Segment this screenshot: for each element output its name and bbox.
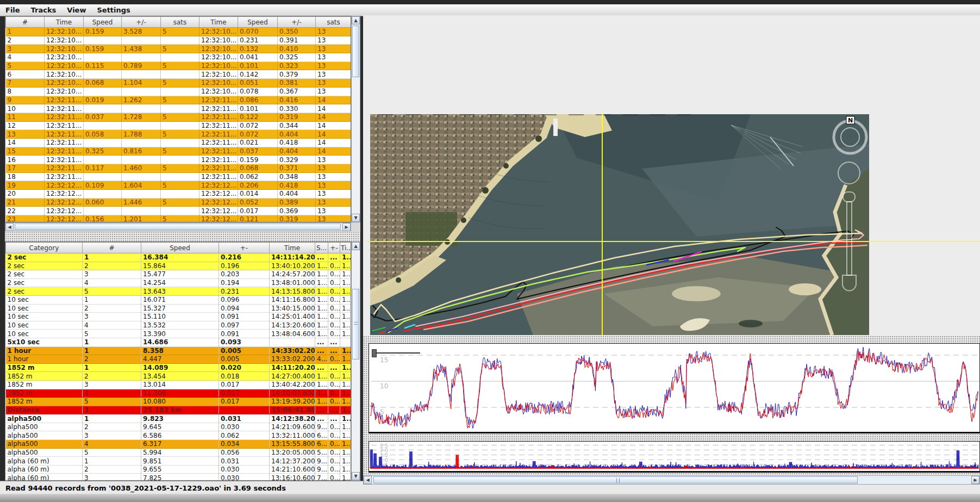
cell: 2 sec bbox=[6, 287, 83, 296]
cell: 4.447 bbox=[141, 355, 219, 364]
vscroll-thumb[interactable] bbox=[352, 289, 359, 360]
accuracy-series-blue bbox=[370, 450, 978, 469]
trackpoint-row[interactable]: 1112:32:11...0.0371.728512:32:11...0.122… bbox=[6, 113, 352, 121]
trackpoint-row[interactable]: 412:32:10...12:32:10...0.0410.32513 bbox=[6, 53, 352, 62]
result-row[interactable]: 2 sec513.6430.23114:13:15.8001...0...1..… bbox=[6, 287, 352, 296]
trackpoint-row[interactable]: 512:32:10...0.1150.789512:32:10...0.1010… bbox=[6, 61, 352, 70]
cell: 0.034 bbox=[219, 440, 270, 449]
result-row[interactable]: alpha50055.9940.05613:20:05.0005...0...1… bbox=[6, 448, 352, 457]
scroll-left-icon[interactable]: ◀ bbox=[364, 476, 372, 484]
result-row[interactable]: Distance125.183 km15:06:41.800......1... bbox=[6, 406, 352, 414]
cell: 12:32:12... bbox=[199, 215, 238, 222]
cell: 0.348 bbox=[278, 172, 316, 181]
scroll-right-icon[interactable]: ▶ bbox=[971, 476, 979, 484]
trackpoint-hscrollbar[interactable]: ◀ ▶ bbox=[5, 222, 351, 231]
trackpoint-row[interactable]: 112:32:10...0.1593.528512:32:10...0.0700… bbox=[6, 28, 352, 36]
accuracy-chart[interactable]: 2.52.01.51.00.5 bbox=[369, 441, 980, 473]
result-row[interactable]: alpha50029.6450.03014:21:09.6009...0...1… bbox=[6, 423, 352, 431]
trackpoint-row[interactable]: 312:32:10...0.1591.438512:32:10...0.1320… bbox=[6, 45, 352, 53]
cell: ... bbox=[328, 414, 340, 423]
vscroll-thumb[interactable] bbox=[352, 26, 359, 77]
trackpoint-row[interactable]: 1312:32:11...0.0581.788512:32:11...0.072… bbox=[6, 130, 352, 139]
result-row[interactable]: 1 hour18.3580.00514:33:02.200......1... bbox=[6, 346, 352, 355]
trackpoint-row[interactable]: 1412:32:11...12:32:11...0.0210.41814 bbox=[6, 138, 352, 147]
scroll-down-icon[interactable]: ▼ bbox=[352, 214, 360, 222]
result-row[interactable]: 10 sec413.5320.09714:13:20.6001...0...1.… bbox=[6, 321, 352, 330]
trackpoint-row[interactable]: 812:32:10...12:32:10...0.0780.36713 bbox=[6, 87, 352, 96]
table-splitter[interactable] bbox=[5, 231, 360, 241]
hscroll-thumb[interactable] bbox=[15, 224, 341, 230]
result-row[interactable]: alpha (60 m)29.6550.03014:21:10.6009...0… bbox=[6, 465, 352, 474]
result-row[interactable]: alpha50046.3170.03413:15:55.8006...0...1… bbox=[6, 440, 352, 449]
scroll-up-icon[interactable]: ▲ bbox=[352, 16, 360, 24]
result-row[interactable]: 10 sec513.3900.09113:48:04.6001...0...1.… bbox=[6, 330, 352, 338]
timeline-hscrollbar[interactable]: ◀ ▶ bbox=[363, 475, 980, 485]
results-table[interactable]: Category#Speed+-TimeS...+-Ti... 2 sec116… bbox=[5, 242, 351, 481]
result-row[interactable]: alpha50036.5860.06213:32:11.0006...0...1… bbox=[6, 431, 352, 440]
trackpoint-row[interactable]: 712:32:10...0.0681.104512:32:10...0.0510… bbox=[6, 79, 352, 88]
result-row[interactable]: 1852 m313.0140.01713:40:42.2001...0...1.… bbox=[6, 380, 352, 389]
trackpoint-row[interactable]: 1912:32:12...0.1091.604512:32:12...0.206… bbox=[6, 181, 352, 190]
menu-item-file[interactable]: File bbox=[0, 4, 26, 16]
menu-item-view[interactable]: View bbox=[61, 4, 91, 16]
speed-chart[interactable]: 15105 bbox=[369, 343, 980, 433]
cell bbox=[161, 190, 199, 199]
result-row[interactable]: 1852 m213.4540.01814:27:00.4001...0...1.… bbox=[6, 372, 352, 381]
result-row[interactable]: 2 sec215.8640.19613:40:10.2001...0...1..… bbox=[6, 262, 352, 270]
result-row[interactable]: 2 sec414.2540.19413:48:01.0001...0...1..… bbox=[6, 278, 352, 287]
scroll-up-icon[interactable]: ▲ bbox=[352, 242, 360, 250]
trackpoint-table[interactable]: #TimeSpeed+/-satsTimeSpeed+/-sats 112:32… bbox=[5, 16, 351, 222]
result-row[interactable]: 1852 m411.3060.01714:20:07.6001...0...1.… bbox=[6, 389, 352, 398]
cell: 12:32:11... bbox=[199, 164, 238, 173]
trackpoint-row[interactable]: 1012:32:11...12:32:11...0.1010.33014 bbox=[6, 104, 352, 113]
result-row[interactable]: 1852 m114.0890.02014:11:20.200......1... bbox=[6, 363, 352, 372]
result-row[interactable]: 10 sec315.1100.09114:25:01.4001...0...1.… bbox=[6, 313, 352, 321]
trackpoint-row[interactable]: 2012:32:12...12:32:12...0.0140.40413 bbox=[6, 190, 352, 199]
trackpoint-row[interactable]: 1812:32:11...12:32:11...0.0620.34813 bbox=[6, 172, 352, 181]
result-row[interactable]: 2 sec116.3840.21614:11:14.200......1... bbox=[6, 253, 352, 262]
scroll-left-icon[interactable]: ◀ bbox=[5, 223, 14, 231]
result-row[interactable]: 10 sec116.0710.09614:11:16.8001...0...1.… bbox=[6, 295, 352, 304]
cell: 0... bbox=[328, 355, 340, 364]
trackpoint-row[interactable]: 1612:32:11...12:32:11...0.1590.32913 bbox=[6, 156, 352, 164]
speed-chart-canvas[interactable]: 15105 bbox=[369, 344, 979, 431]
result-row[interactable]: 1 hour24.4470.00513:33:02.2004...0...1..… bbox=[6, 355, 352, 364]
scroll-corner bbox=[351, 222, 360, 231]
trackpoint-row[interactable]: 2212:32:12...12:32:12...0.0170.36913 bbox=[6, 207, 352, 215]
result-row[interactable]: alpha (60 m)37.8250.03013:16:10.6007...0… bbox=[6, 474, 352, 481]
chart-slider-track[interactable] bbox=[376, 352, 420, 354]
result-row[interactable]: 5x10 sec114.6860.093...... bbox=[6, 338, 352, 346]
trackpoint-row[interactable]: 612:32:10...12:32:10...0.1420.37913 bbox=[6, 70, 352, 79]
accuracy-chart-canvas[interactable]: 2.52.01.51.00.5 bbox=[369, 442, 979, 470]
cell: 5 bbox=[161, 61, 199, 70]
cell: 0.019 bbox=[84, 96, 122, 104]
trackpoint-row[interactable]: 1212:32:11...12:32:11...0.0720.34414 bbox=[6, 121, 352, 130]
scroll-right-icon[interactable]: ▶ bbox=[342, 223, 351, 231]
trackpoint-row[interactable]: 2312:32:12...0.1561.201512:32:12...0.121… bbox=[6, 215, 352, 222]
trackpoint-row[interactable]: 912:32:11...0.0191.262512:32:11...0.0860… bbox=[6, 96, 352, 104]
result-row[interactable]: alpha (60 m)19.8510.03114:12:37.2009...0… bbox=[6, 457, 352, 466]
cell: ... bbox=[328, 338, 340, 346]
result-row[interactable]: 2 sec315.4770.20314:24:57.2001...0...1..… bbox=[6, 270, 352, 279]
cell: 12:32:10... bbox=[199, 70, 238, 79]
scroll-down-icon[interactable]: ▼ bbox=[352, 472, 360, 480]
trackpoint-row[interactable]: 2112:32:12...0.0601.446512:32:12...0.052… bbox=[6, 198, 352, 207]
result-row[interactable]: 10 sec215.3270.09413:40:15.0001...0...1.… bbox=[6, 304, 352, 313]
timeline-thumb[interactable] bbox=[373, 476, 858, 484]
trackpoint-row[interactable]: 1712:32:11...0.1171.460512:32:11...0.068… bbox=[6, 164, 352, 173]
cell: 13:48:04.600 bbox=[270, 330, 315, 338]
cell: 3.528 bbox=[122, 28, 161, 36]
cell: 0.052 bbox=[238, 198, 278, 207]
results-vscrollbar[interactable]: ▲ ▼ bbox=[351, 241, 360, 481]
result-row[interactable]: 1852 m510.0800.01713:19:39.2001...0...1.… bbox=[6, 398, 352, 406]
trackpoint-row[interactable]: 212:32:10...12:32:10...0.2310.39113 bbox=[6, 36, 352, 45]
trackpoint-row[interactable]: 1512:32:11...0.3250.816512:32:11...0.037… bbox=[6, 147, 352, 156]
cell: 12:32:11... bbox=[45, 164, 84, 173]
cell bbox=[84, 87, 122, 96]
menu-item-tracks[interactable]: Tracks bbox=[26, 4, 62, 16]
cell bbox=[122, 207, 161, 215]
trackpoint-vscrollbar[interactable]: ▲ ▼ bbox=[351, 16, 360, 222]
satellite-map[interactable]: N bbox=[370, 114, 869, 335]
menu-item-settings[interactable]: Settings bbox=[91, 4, 135, 16]
result-row[interactable]: alpha50019.8230.03114:12:38.200......1..… bbox=[6, 414, 352, 423]
